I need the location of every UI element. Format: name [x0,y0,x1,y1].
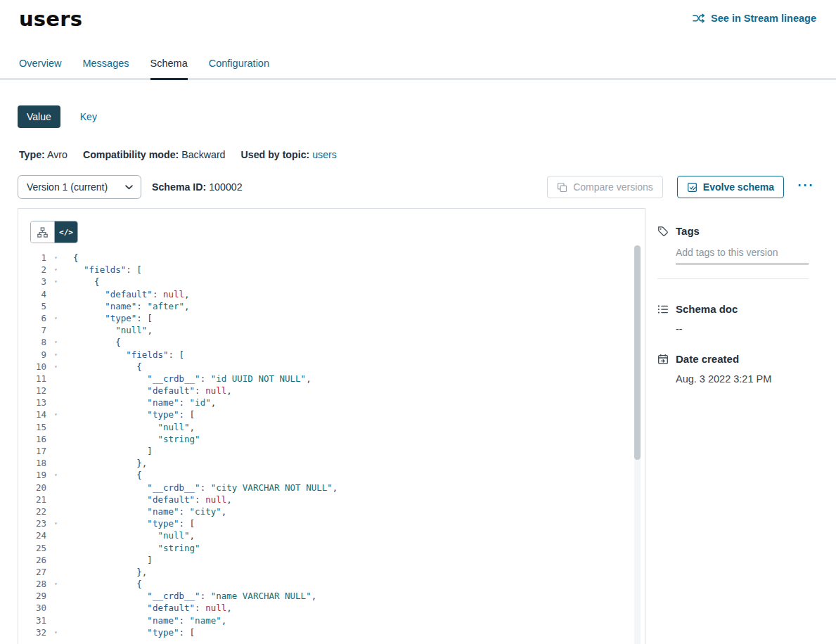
fold-toggle-icon[interactable]: ▾ [50,276,62,288]
fold-toggle-icon[interactable]: ▾ [50,312,62,324]
evolve-schema-label: Evolve schema [703,181,774,193]
code-line: 3▾ { [18,276,645,288]
value-key-toggle: Value Key [18,105,836,128]
code-text: "string" [73,542,200,554]
fold-spacer [50,288,62,300]
line-number: 5 [18,300,46,312]
code-line: 27 }, [18,566,645,578]
line-number: 23 [18,517,46,529]
more-options-button[interactable]: ⋯ [794,180,816,194]
version-bar: Version 1 (current) Schema ID: 100002 Co… [18,175,816,199]
fold-toggle-icon[interactable]: ▾ [50,626,62,638]
fold-toggle-icon[interactable]: ▾ [50,361,62,373]
fold-spacer [50,602,62,614]
fold-spacer [50,566,62,578]
tree-view-button[interactable] [31,221,54,243]
fold-toggle-icon[interactable]: ▾ [50,252,62,264]
fold-toggle-icon[interactable]: ▾ [50,349,62,361]
code-text: { [73,252,79,264]
code-line: 30 "default": null, [18,602,645,614]
code-text: }, [73,457,147,469]
line-number: 9 [18,349,46,361]
fold-spacer [50,421,62,433]
line-number: 16 [18,433,46,445]
schema-doc-value: -- [676,323,818,335]
code-view-button[interactable]: </> [54,221,77,243]
tab-schema[interactable]: Schema [150,52,188,78]
stream-lineage-link[interactable]: See in Stream lineage [693,13,816,24]
scrollbar-thumb[interactable] [634,245,641,460]
code-editor[interactable]: 1▾{2▾ "fields": [3▾ {4 "default": null,5… [18,252,645,638]
line-number: 31 [18,614,46,626]
fold-spacer [50,482,62,494]
line-number: 6 [18,312,46,324]
code-line: 9▾ "fields": [ [18,349,645,361]
line-number: 28 [18,578,46,590]
code-lines: 1▾{2▾ "fields": [3▾ {4 "default": null,5… [18,252,645,638]
code-text: "type": [ [73,517,195,529]
editor-toolbar: </> [18,209,645,243]
fold-spacer [50,300,62,312]
line-number: 2 [18,264,46,276]
schema-page: users See in Stream lineage OverviewMess… [0,0,836,644]
code-text: }, [73,566,147,578]
line-number: 15 [18,421,46,433]
code-line: 22 "name": "city", [18,505,645,517]
date-created-section: Date created Aug. 3 2022 3:21 PM [657,353,818,385]
fold-spacer [50,505,62,517]
code-text: { [73,578,142,590]
fold-toggle-icon[interactable]: ▾ [50,578,62,590]
code-text: "fields": [ [73,264,142,276]
tab-messages[interactable]: Messages [82,52,129,78]
type-meta: Type: Avro [19,149,67,160]
fold-toggle-icon[interactable]: ▾ [50,469,62,481]
line-number: 10 [18,361,46,373]
fold-spacer [50,529,62,541]
key-toggle-button[interactable]: Key [77,105,100,128]
code-text: "fields": [ [73,349,184,361]
stream-lineage-label: See in Stream lineage [711,13,816,24]
fold-spacer [50,614,62,626]
fold-toggle-icon[interactable]: ▾ [50,517,62,529]
scrollbar-track[interactable] [634,245,641,644]
line-number: 25 [18,542,46,554]
code-text: "null", [73,421,195,433]
tab-overview[interactable]: Overview [19,52,61,78]
code-line: 16 "string" [18,433,645,445]
code-text: "name": "after", [73,300,190,312]
line-number: 32 [18,626,46,638]
schema-doc-heading: Schema doc [657,303,818,315]
evolve-schema-button[interactable]: Evolve schema [677,176,784,198]
tag-icon [657,226,669,237]
view-toggle-group: </> [30,221,78,243]
code-line: 12 "default": null, [18,385,645,397]
topic-meta: Used by topic: users [241,149,337,160]
tab-configuration[interactable]: Configuration [209,52,269,78]
tags-input[interactable] [676,244,809,264]
fold-toggle-icon[interactable]: ▾ [50,408,62,420]
compatibility-label: Compatibility mode: [83,149,179,160]
line-number: 26 [18,554,46,566]
code-text: { [73,469,142,481]
value-toggle-button[interactable]: Value [18,105,60,128]
line-number: 27 [18,566,46,578]
line-number: 19 [18,469,46,481]
page-title: users [19,7,82,31]
topic-link[interactable]: users [312,149,337,160]
code-line: 4 "default": null, [18,288,645,300]
date-created-heading: Date created [657,353,818,365]
line-number: 30 [18,602,46,614]
code-line: 10▾ { [18,361,645,373]
compare-versions-button[interactable]: Compare versions [547,176,663,198]
schema-meta: Type: Avro Compatibility mode: Backward … [19,149,836,160]
version-select[interactable]: Version 1 (current) [18,175,141,199]
code-line: 25 "string" [18,542,645,554]
code-text: "default": null, [73,385,232,397]
code-text: "name": "city", [73,505,226,517]
fold-spacer [50,433,62,445]
code-view-icon: </> [59,228,73,237]
fold-toggle-icon[interactable]: ▾ [50,336,62,348]
code-text: "default": null, [73,288,190,300]
code-line: 17 ] [18,445,645,457]
fold-toggle-icon[interactable]: ▾ [50,264,62,276]
